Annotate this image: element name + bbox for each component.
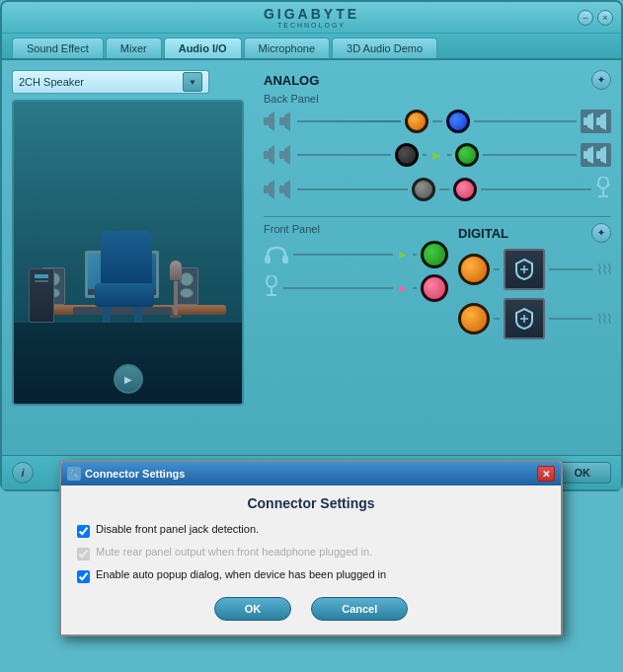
svg-marker-15 — [600, 146, 606, 164]
speaker-icons-left-1 — [264, 112, 293, 131]
jack-orange[interactable] — [405, 110, 428, 133]
speaker-icon-3a — [264, 180, 277, 199]
speaker-icon-2a — [264, 145, 277, 165]
divider-1 — [264, 216, 611, 217]
digital-section: DIGITAL ✦ — [458, 223, 611, 345]
analog-section: ANALOG ✦ Back Panel — [264, 70, 611, 106]
wire-3a — [439, 188, 449, 190]
connector-settings-dialog: 🔧 Connector Settings ✕ Connector Setting… — [59, 460, 563, 636]
hp-arrow-icon: ► — [397, 248, 409, 261]
dialog-ok-button[interactable]: OK — [214, 597, 292, 621]
info-icon[interactable]: i — [12, 462, 34, 484]
speaker-icon-3b — [279, 180, 293, 199]
active-arrow-icon: ► — [430, 148, 444, 162]
dropdown-arrow-icon: ▼ — [183, 72, 202, 92]
app-logo: GIGABYTE TECHNOLOGY — [264, 6, 359, 29]
out-speaker-r1 — [584, 112, 595, 130]
wire-1 — [432, 120, 442, 122]
tab-sound-effect[interactable]: Sound Effect — [12, 37, 104, 58]
jack-gray[interactable] — [412, 178, 435, 201]
svg-rect-14 — [596, 151, 600, 159]
wire-2a — [423, 154, 427, 156]
digital-port-1[interactable] — [504, 249, 545, 290]
front-panel-section: Front Panel ► — [264, 223, 448, 345]
tab-mixer[interactable]: Mixer — [106, 37, 162, 58]
hp-wire — [413, 254, 417, 256]
speaker-icon-1a — [264, 112, 277, 131]
front-panel-title: Front Panel — [264, 223, 448, 235]
front-mic-row: ► — [264, 274, 448, 302]
connector-row-1 — [264, 110, 611, 133]
digital-signal-2: ⌇⌇⌇ — [596, 311, 611, 327]
dialog-cancel-button[interactable]: Cancel — [311, 597, 408, 621]
tab-microphone[interactable]: Microphone — [244, 37, 330, 58]
fm-wire — [413, 287, 417, 289]
fm-line — [283, 287, 393, 289]
wire-2b — [447, 154, 451, 156]
disable-front-checkbox[interactable] — [77, 525, 90, 538]
close-button[interactable]: × — [597, 10, 613, 26]
jack-black[interactable] — [395, 143, 419, 167]
digital-jack-2[interactable] — [458, 303, 490, 335]
svg-marker-5 — [587, 112, 593, 130]
jack-blue[interactable] — [446, 110, 470, 133]
out-speakers-right-2 — [581, 143, 611, 167]
shield-icon-2 — [512, 307, 536, 331]
dialog-heading: Connector Settings — [77, 495, 545, 511]
svg-marker-11 — [284, 145, 290, 165]
svg-marker-17 — [269, 180, 274, 199]
dialog-titlebar: 🔧 Connector Settings ✕ — [61, 462, 561, 485]
out-speaker-r3 — [584, 146, 595, 164]
svg-marker-19 — [284, 180, 290, 199]
jack-pink[interactable] — [453, 178, 477, 201]
front-jack-pink[interactable] — [421, 274, 448, 302]
tab-audio-io[interactable]: Audio I/O — [164, 37, 242, 58]
checkbox-row-2: Mute rear panel output when front headph… — [77, 546, 545, 560]
dialog-close-button[interactable]: ✕ — [537, 466, 555, 482]
shield-icon — [512, 258, 536, 281]
mic-icon-right — [595, 177, 611, 202]
digital-title: DIGITAL — [458, 226, 508, 241]
auto-popup-checkbox[interactable] — [77, 570, 90, 583]
svg-rect-26 — [282, 256, 288, 263]
svg-point-27 — [267, 275, 276, 287]
mute-rear-checkbox[interactable] — [77, 548, 90, 560]
speaker-icon-1b — [279, 112, 293, 131]
connector-row-2: ► — [264, 143, 611, 167]
dw-3 — [494, 318, 500, 320]
digital-row-2: ⌇⌇⌇ — [458, 298, 611, 339]
out-speaker-r2 — [596, 112, 608, 130]
out-speaker-r4 — [596, 146, 608, 164]
svg-rect-6 — [596, 117, 600, 125]
svg-rect-0 — [264, 117, 269, 125]
tab-3d-audio-demo[interactable]: 3D Audio Demo — [332, 37, 437, 58]
dw-4 — [549, 318, 592, 320]
dialog-titlebar-left: 🔧 Connector Settings — [67, 467, 185, 481]
checkbox-row-3: Enable auto popup dialog, when device ha… — [77, 568, 545, 583]
chair-seat — [95, 283, 154, 307]
minimize-button[interactable]: – — [578, 10, 593, 26]
play-button[interactable]: ▶ — [114, 364, 143, 394]
svg-rect-4 — [584, 117, 587, 125]
speaker-selector-value: 2CH Speaker — [19, 76, 84, 88]
pc-tower — [29, 268, 54, 323]
dialog-body: Connector Settings Disable front panel j… — [61, 485, 561, 635]
speaker-icons-left-2 — [264, 145, 293, 165]
fm-arrow-icon: ► — [397, 281, 409, 295]
svg-rect-8 — [264, 151, 269, 159]
app-title: GIGABYTE — [264, 6, 359, 22]
svg-rect-18 — [279, 186, 284, 193]
digital-signal-1: ⌇⌇⌇ — [596, 261, 611, 277]
right-panel: ANALOG ✦ Back Panel — [264, 70, 611, 445]
front-jack-green[interactable] — [421, 241, 448, 268]
connector-row-3 — [264, 177, 611, 202]
wire-1b — [474, 120, 578, 122]
jack-green[interactable] — [455, 143, 479, 167]
svg-marker-9 — [269, 145, 274, 165]
out-speakers-right — [581, 110, 611, 133]
title-bar: GIGABYTE TECHNOLOGY – × — [2, 2, 621, 34]
speaker-selector[interactable]: 2CH Speaker ▼ — [12, 70, 209, 94]
digital-jack-1[interactable] — [458, 254, 490, 285]
svg-rect-12 — [584, 151, 587, 159]
digital-port-2[interactable] — [504, 298, 545, 339]
